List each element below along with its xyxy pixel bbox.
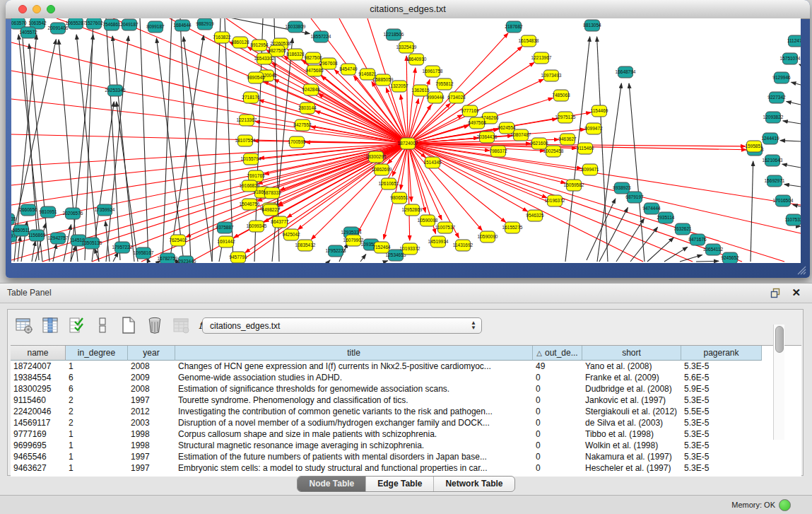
graph-node[interactable]: 10807487 bbox=[511, 129, 531, 141]
table-cell[interactable]: 0 bbox=[533, 406, 582, 417]
table-cell[interactable]: Jankovic et al. (1997) bbox=[582, 395, 681, 406]
graph-node[interactable]: 7163822 bbox=[213, 32, 231, 43]
graph-node[interactable]: 9890545 bbox=[247, 72, 265, 83]
table-cell[interactable]: 2 bbox=[66, 406, 128, 417]
table-cell[interactable]: 18724007 bbox=[11, 361, 66, 372]
graph-node[interactable]: 8912954 bbox=[250, 40, 269, 51]
table-cell[interactable]: 1998 bbox=[128, 428, 175, 440]
graph-node[interactable]: 15692971 bbox=[765, 175, 785, 187]
graph-node[interactable]: 8099471 bbox=[581, 164, 599, 175]
table-row[interactable]: 911546021997Tourette syndrome. Phenomeno… bbox=[11, 395, 801, 406]
graph-node[interactable]: 9777169 bbox=[461, 105, 479, 117]
table-cell[interactable]: 0 bbox=[533, 417, 582, 428]
table-cell[interactable]: 0 bbox=[533, 462, 582, 474]
graph-node[interactable]: 7625402 bbox=[169, 235, 187, 246]
graph-node[interactable]: 13505135 bbox=[82, 238, 102, 249]
table-row[interactable]: 946362711997Embryonic stem cells: a mode… bbox=[11, 462, 801, 474]
graph-node[interactable]: 2803144 bbox=[298, 103, 317, 114]
graph-node[interactable]: 16154838 bbox=[519, 35, 539, 47]
graph-node[interactable]: 7485063 bbox=[552, 90, 570, 101]
table-cell[interactable]: 2009 bbox=[128, 372, 175, 383]
graph-node[interactable]: 9463627 bbox=[558, 134, 577, 145]
table-cell[interactable]: Estimation of significance thresholds fo… bbox=[175, 383, 533, 395]
table-cell[interactable]: Stergiakouli et al. (2012) bbox=[582, 406, 681, 417]
graph-node[interactable]: 12975125 bbox=[555, 112, 576, 123]
graph-node[interactable]: 15751074 bbox=[780, 53, 801, 64]
graph-node[interactable]: 9806551 bbox=[390, 192, 408, 204]
graph-node[interactable]: 9115460 bbox=[577, 143, 594, 154]
graph-node[interactable]: 16961758 bbox=[423, 66, 443, 77]
graph-node[interactable]: 1595851 bbox=[745, 141, 763, 152]
graph-node[interactable]: 18107554 bbox=[235, 135, 256, 146]
table-cell[interactable]: 19384554 bbox=[11, 372, 66, 383]
graph-node[interactable]: 16033809 bbox=[286, 21, 306, 33]
table-cell[interactable]: 1997 bbox=[128, 462, 175, 474]
graph-node[interactable]: 12218506 bbox=[384, 29, 404, 40]
column-icon[interactable] bbox=[41, 316, 59, 334]
graph-node[interactable]: 7986372 bbox=[489, 146, 507, 157]
graph-node[interactable]: 16210643 bbox=[763, 155, 783, 166]
table-cell[interactable]: 0 bbox=[533, 383, 582, 395]
column-header-title[interactable]: title bbox=[175, 346, 533, 361]
table-cell[interactable]: Wolkin et al. (1998) bbox=[582, 440, 681, 451]
table-cell[interactable]: Tourette syndrome. Phenomenology and cla… bbox=[175, 395, 533, 406]
graph-node[interactable]: 9129946 bbox=[772, 72, 791, 83]
table-cell[interactable]: 14569117 bbox=[11, 417, 66, 428]
column-header-short[interactable]: short bbox=[582, 346, 681, 361]
graph-node[interactable]: 6497568 bbox=[468, 117, 486, 129]
table-cell[interactable]: 5.3E-5 bbox=[681, 440, 762, 451]
graph-node[interactable]: 7152464 bbox=[372, 242, 391, 253]
graph-node[interactable]: 9474444 bbox=[642, 203, 661, 214]
table-cell[interactable]: 5.3E-5 bbox=[681, 428, 762, 440]
graph-node[interactable]: 9475685 bbox=[305, 65, 324, 76]
graph-node[interactable]: 8860128 bbox=[231, 37, 249, 48]
table-cell[interactable]: 5.3E-5 bbox=[681, 395, 762, 406]
graph-node[interactable]: 12213967 bbox=[531, 52, 552, 64]
graph-node[interactable]: 16782759 bbox=[158, 253, 178, 263]
table-cell[interactable]: 0 bbox=[533, 395, 582, 406]
graph-node[interactable]: 1322057 bbox=[390, 81, 408, 92]
graph-node[interactable]: 18640910 bbox=[406, 54, 427, 65]
table-scrollbar[interactable] bbox=[773, 325, 784, 440]
graph-node[interactable]: 15046756 bbox=[240, 199, 260, 210]
graph-node[interactable]: 10654112 bbox=[703, 244, 724, 255]
graph-node[interactable]: 9621608 bbox=[530, 138, 548, 149]
column-header-out_de[interactable]: △out_de... bbox=[533, 346, 582, 361]
table-cell[interactable]: 5.3E-5 bbox=[681, 451, 762, 462]
graph-node[interactable]: 17016504 bbox=[773, 195, 794, 206]
table-cell[interactable]: 2 bbox=[66, 395, 128, 406]
window-titlebar[interactable]: citations_edges.txt bbox=[6, 0, 810, 19]
graph-node[interactable]: 17359924 bbox=[95, 204, 115, 216]
table-row[interactable]: 1938455462009Genome-wide association stu… bbox=[11, 372, 801, 383]
column-header-name[interactable]: name bbox=[11, 346, 66, 361]
graph-node[interactable]: 9245652 bbox=[721, 252, 739, 263]
table-cell[interactable]: 5.9E-5 bbox=[681, 383, 762, 395]
graph-node[interactable]: 12952869 bbox=[402, 204, 423, 216]
graph-node[interactable]: 2049187 bbox=[120, 19, 139, 30]
graph-node[interactable]: 9546325 bbox=[526, 210, 544, 221]
table-scrollbar-thumb[interactable] bbox=[775, 326, 784, 353]
citation-graph[interactable]: 1872400720635701063542106552871527602754… bbox=[11, 18, 801, 263]
table-cell[interactable]: 9115460 bbox=[11, 395, 66, 406]
tab-node-table[interactable]: Node Table bbox=[298, 477, 365, 491]
graph-node[interactable]: 1405572 bbox=[19, 27, 37, 38]
graph-node[interactable]: 9990444 bbox=[426, 92, 445, 103]
table-cell[interactable]: Disruption of a novel member of a sodium… bbox=[175, 417, 533, 428]
graph-node[interactable]: 12093822 bbox=[763, 112, 784, 123]
graph-node[interactable]: 10155794 bbox=[241, 153, 261, 165]
table-row[interactable]: 1456911722003Disruption of a novel membe… bbox=[11, 417, 801, 428]
graph-node[interactable]: 16079902 bbox=[343, 235, 364, 246]
graph-node[interactable]: 8813054 bbox=[583, 20, 601, 31]
float-panel-icon[interactable] bbox=[770, 288, 781, 298]
graph-node[interactable]: 7546861 bbox=[102, 19, 121, 30]
graph-node[interactable]: 8099187 bbox=[146, 21, 165, 33]
graph-node[interactable]: 16648794 bbox=[616, 66, 636, 78]
table-cell[interactable]: 2008 bbox=[128, 383, 175, 395]
table-cell[interactable]: 0 bbox=[533, 428, 582, 440]
table-cell[interactable]: 0 bbox=[533, 372, 582, 383]
table-settings-icon[interactable] bbox=[15, 316, 33, 334]
graph-node[interactable]: 13325419 bbox=[396, 42, 417, 53]
trash-icon[interactable] bbox=[146, 316, 164, 334]
table-cell[interactable]: 9777169 bbox=[11, 428, 66, 440]
table-cell[interactable]: Genome-wide association studies in ADHD. bbox=[175, 372, 533, 383]
